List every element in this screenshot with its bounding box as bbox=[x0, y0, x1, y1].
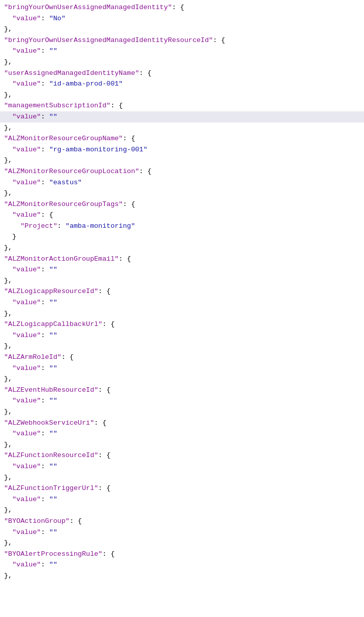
code-line: "bringYourOwnUserAssignedManagedIdentity… bbox=[0, 35, 364, 46]
code-line: "ALZEventHubResourceId": { bbox=[0, 385, 364, 396]
code-line: "value": "" bbox=[0, 559, 364, 570]
code-line: "value": "id-amba-prod-001" bbox=[0, 78, 364, 90]
code-line: }, bbox=[0, 439, 364, 450]
code-line: "value": "" bbox=[0, 330, 364, 341]
code-line: "ALZMonitorResourceGroupTags": { bbox=[0, 199, 364, 210]
code-line: }, bbox=[0, 122, 364, 134]
code-line: }, bbox=[0, 188, 364, 199]
code-line: "BYOActionGroup": { bbox=[0, 516, 364, 527]
code-line: "value": "eastus" bbox=[0, 177, 364, 188]
code-line: }, bbox=[0, 90, 364, 101]
code-line: }, bbox=[0, 57, 364, 68]
code-line: }, bbox=[0, 242, 364, 254]
code-viewer: "bringYourOwnUserAssignedManagedIdentity… bbox=[0, 0, 364, 583]
code-line: }, bbox=[0, 275, 364, 286]
code-line: "userAssignedManagedIdentityName": { bbox=[0, 68, 364, 79]
code-line: "ALZLogicappCallbackUrl": { bbox=[0, 319, 364, 330]
code-line: "value": "No" bbox=[0, 13, 364, 24]
code-line: }, bbox=[0, 308, 364, 319]
code-line: "value": "" bbox=[0, 395, 364, 406]
code-line: "ALZFunctionResourceId": { bbox=[0, 450, 364, 461]
code-line: "value": "" bbox=[0, 264, 364, 275]
code-line: } bbox=[0, 231, 364, 242]
code-line: }, bbox=[0, 341, 364, 352]
code-line: "ALZMonitorActionGroupEmail": { bbox=[0, 254, 364, 265]
code-line: "ALZFunctionTriggerUrl": { bbox=[0, 483, 364, 494]
code-line: "value": "" bbox=[0, 428, 364, 439]
code-line: }, bbox=[0, 472, 364, 483]
code-line: "Project": "amba-monitoring" bbox=[0, 221, 364, 232]
code-line: "value": { bbox=[0, 210, 364, 221]
code-line: }, bbox=[0, 538, 364, 549]
code-line: "managementSubscriptionId": { bbox=[0, 100, 364, 111]
code-line: "ALZArmRoleId": { bbox=[0, 352, 364, 363]
code-line: "ALZLogicappResourceId": { bbox=[0, 286, 364, 297]
code-line: "value": "" bbox=[0, 297, 364, 308]
code-line: "value": "rg-amba-monitoring-001" bbox=[0, 144, 364, 155]
code-line: "ALZWebhookServiceUri": { bbox=[0, 418, 364, 429]
code-line: "value": "" bbox=[0, 527, 364, 538]
code-line: }, bbox=[0, 155, 364, 166]
code-line: }, bbox=[0, 374, 364, 385]
code-line: }, bbox=[0, 406, 364, 418]
code-line: }, bbox=[0, 505, 364, 516]
code-line: "ALZMonitorResourceGroupLocation": { bbox=[0, 166, 364, 177]
code-line: "value": "" bbox=[0, 111, 364, 122]
code-line: "value": "" bbox=[0, 363, 364, 374]
code-line: "bringYourOwnUserAssignedManagedIdentity… bbox=[0, 2, 364, 13]
code-line: "value": "" bbox=[0, 46, 364, 57]
code-line: }, bbox=[0, 24, 364, 35]
code-line: "ALZMonitorResourceGroupName": { bbox=[0, 133, 364, 144]
code-line: "value": "" bbox=[0, 494, 364, 505]
code-line: "value": "" bbox=[0, 461, 364, 472]
code-line: "BYOAlertProcessingRule": { bbox=[0, 549, 364, 560]
code-line: }, bbox=[0, 570, 364, 582]
